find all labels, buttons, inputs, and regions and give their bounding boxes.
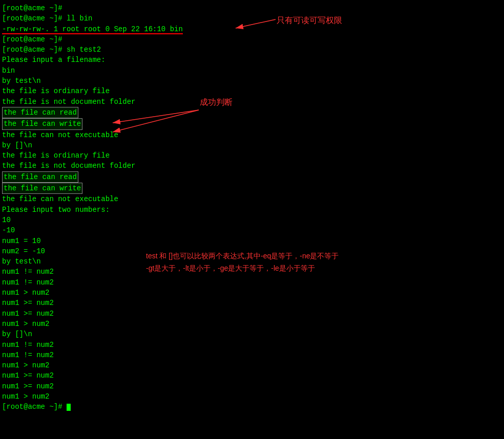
file-can-read-1: the file can read (2, 107, 78, 118)
line-5: [root@acme ~]# sh test2 (2, 45, 502, 55)
line-38: num1 > num2 (2, 391, 502, 402)
file-can-write-1: the file can write (2, 118, 82, 129)
annotation-test-gt: -gt是大于，-lt是小于，-ge是大于等于，-le是小于等于 (146, 263, 315, 273)
line-8: by test\n (2, 76, 502, 86)
line-35: num1 > num2 (2, 360, 502, 370)
line-31: num1 > num2 (2, 319, 502, 329)
line-29: num1 >= num2 (2, 298, 502, 308)
line-14: by []\n (2, 140, 502, 150)
line-16: the file is not document folder (2, 161, 502, 171)
annotation-test-eq: test 和 []也可以比较两个表达式,其中-eq是等于，-ne是不等于 (146, 251, 339, 261)
line-19: the file can not executable (2, 194, 502, 204)
line-17: the file can read (2, 171, 502, 183)
line-11: the file can read (2, 107, 502, 118)
line-18: the file can write (2, 183, 502, 194)
line-9: the file is ordinary file (2, 86, 502, 96)
line-36: num1 >= num2 (2, 370, 502, 381)
line-3: -rw-rw-rw-. 1 root root 0 Sep 22 16:10 b… (2, 24, 502, 34)
ll-output: -rw-rw-rw-. 1 root root 0 Sep 22 16:10 b… (2, 25, 183, 34)
line-37: num1 >= num2 (2, 381, 502, 391)
file-can-write-2: the file can write (2, 183, 82, 194)
line-10: the file is not document folder (2, 97, 502, 107)
line-13: the file can not executable (2, 130, 502, 140)
line-39: [root@acme ~]# (2, 402, 502, 412)
annotation-read-write-permission: 只有可读可写权限 (277, 14, 342, 26)
line-20: Please input two numbers: (2, 205, 502, 215)
line-15: the file is ordinary file (2, 150, 502, 161)
line-23: num1 = 10 (2, 236, 502, 246)
line-22: -10 (2, 225, 502, 235)
line-32: by []\n (2, 329, 502, 339)
line-21: 10 (2, 215, 502, 225)
cursor (67, 404, 71, 411)
line-2: [root@acme ~]# ll bin (2, 13, 502, 24)
line-6: Please input a filename: (2, 55, 502, 65)
line-7: bin (2, 65, 502, 76)
file-can-read-2: the file can read (2, 171, 78, 183)
annotation-success: 成功判断 (200, 96, 233, 108)
line-28: num1 > num2 (2, 288, 502, 298)
line-12: the file can write (2, 118, 502, 129)
line-4: [root@acme ~]# (2, 34, 502, 45)
prompt: [root@acme ~]# (2, 4, 62, 12)
terminal: [root@acme ~]# [root@acme ~]# ll bin -rw… (0, 0, 504, 415)
line-1: [root@acme ~]# (2, 3, 502, 13)
line-34: num1 != num2 (2, 350, 502, 360)
line-33: num1 != num2 (2, 340, 502, 350)
line-27: num1 != num2 (2, 277, 502, 288)
line-30: num1 >= num2 (2, 309, 502, 319)
